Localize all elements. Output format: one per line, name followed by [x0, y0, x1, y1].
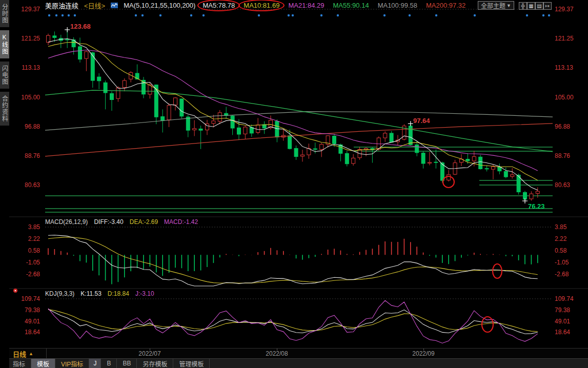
- main-price-panel[interactable]: [45, 30, 553, 212]
- ma-value: MA21:84.29: [287, 2, 326, 9]
- signal-dots: [48, 14, 550, 16]
- collapse-right-icon[interactable]: ↦: [543, 2, 552, 10]
- sidebar-tab-time-chart[interactable]: 分时图: [0, 0, 9, 27]
- bottom-tab-B[interactable]: B: [101, 359, 117, 368]
- sidebar-tab-label: 闪电图: [1, 62, 9, 89]
- theme-selector-button[interactable]: 全部主题 ▼: [478, 1, 514, 10]
- red-circle-annotation: [493, 264, 502, 278]
- kdj-k-value: K:11.53: [80, 290, 101, 297]
- kdj-d-value: D:18.84: [108, 290, 129, 297]
- bottom-tab-bar: 指标模板VIP指标JBBB另存模板管理模板: [0, 358, 588, 368]
- bottom-tab-J[interactable]: J: [89, 359, 101, 368]
- ma-value: MA55:90.14: [332, 2, 371, 9]
- chart-canvas[interactable]: 123.6897.6476.23: [0, 0, 588, 368]
- macd-dea-value: DEA:-2.69: [130, 218, 158, 226]
- date-tick: [423, 349, 424, 351]
- bottom-tab-另存模板[interactable]: 另存模板: [137, 359, 173, 368]
- chart-type-icon[interactable]: [111, 2, 118, 9]
- triangle-up-icon: ▲: [29, 351, 33, 356]
- instrument-title: 美原油连续: [45, 1, 78, 10]
- sidebar-tab-kline-chart[interactable]: K线图: [0, 30, 9, 58]
- kdj-panel[interactable]: [48, 300, 538, 343]
- svg-text:97.64: 97.64: [413, 117, 430, 125]
- crosshair-icon[interactable]: ╬: [519, 2, 527, 10]
- date-label: 2022/08: [266, 350, 288, 357]
- sidebar-tab-flash-chart[interactable]: 闪电图: [0, 62, 9, 89]
- svg-text:123.68: 123.68: [70, 23, 91, 30]
- period-label[interactable]: <日线>: [84, 1, 105, 10]
- ma-value-label: MA200:97.32: [426, 2, 465, 9]
- ma-value-label: MA55:90.14: [333, 2, 369, 9]
- date-tick: [277, 349, 277, 351]
- theme-selector-label: 全部主题: [481, 1, 505, 10]
- sidebar-tab-contract-info[interactable]: 合约资料: [0, 92, 9, 126]
- toolbar-icons: ╬▦▤↦: [519, 2, 552, 10]
- kdj-panel-header: KDJ(9,3,3) K:11.53 D:18.84 J:-3.10: [45, 290, 154, 297]
- ma-value: MA100:99.58: [376, 2, 419, 9]
- macd-title: MACD(26,12,9): [45, 218, 88, 226]
- header-toolbar: 全部主题 ▼ ╬▦▤↦: [478, 1, 588, 10]
- left-sidebar: 分时图 K线图 闪电图 合约资料: [0, 0, 9, 368]
- trading-app-window: 分时图 K线图 闪电图 合约资料 美原油连续 <日线> MA(5,10,21,5…: [0, 0, 588, 368]
- bottom-tab-模板[interactable]: 模板: [31, 359, 55, 368]
- sidebar-tab-label: 分时图: [1, 0, 9, 27]
- macd-macd-value: MACD:-1.42: [164, 218, 198, 226]
- bottom-tab-BB[interactable]: BB: [117, 359, 137, 368]
- ma-group-label: MA(5,10,21,55,100,200): [124, 2, 195, 9]
- ma-value-label: MA21:84.29: [288, 2, 324, 9]
- timeframe-label: 日线: [13, 349, 26, 359]
- macd-diff-value: DIFF:-3.40: [94, 218, 123, 226]
- ma-value-label: MA100:99.58: [378, 2, 417, 9]
- pane-chart-icon[interactable]: ▤: [535, 2, 543, 10]
- date-tick: [150, 349, 150, 351]
- chart-header: 美原油连续 <日线> MA(5,10,21,55,100,200) MA5:78…: [9, 0, 588, 11]
- svg-text:76.23: 76.23: [528, 202, 545, 210]
- red-circle-annotation: [482, 317, 493, 332]
- date-label: 2022/07: [138, 350, 160, 357]
- ma-value-label: MA10:81.69: [244, 2, 279, 9]
- date-label: 2022/09: [412, 350, 434, 357]
- kdj-title: KDJ(9,3,3): [45, 290, 74, 297]
- sidebar-tab-label: K线图: [1, 30, 9, 58]
- chevron-down-icon: ▼: [506, 3, 511, 8]
- ma-value: MA5:78.78: [201, 2, 236, 9]
- bottom-tab-管理模板[interactable]: 管理模板: [173, 359, 210, 368]
- pane-layout-icon[interactable]: ▦: [527, 2, 535, 10]
- kdj-j-value: J:-3.10: [135, 290, 154, 297]
- ma-values: MA5:78.78MA10:81.69MA21:84.29MA55:90.14M…: [201, 2, 467, 9]
- date-axis: 日线 ▲ 2022/072022/082022/09: [0, 348, 588, 359]
- ma-value-label: MA5:78.78: [202, 2, 235, 9]
- ma-value: MA200:97.32: [424, 2, 467, 9]
- sidebar-tab-label: 合约资料: [1, 92, 9, 126]
- bottom-tab-VIP指标[interactable]: VIP指标: [55, 359, 89, 368]
- macd-panel[interactable]: [48, 235, 538, 286]
- bottom-tab-指标[interactable]: 指标: [7, 359, 31, 368]
- ma-value: MA10:81.69: [242, 2, 281, 9]
- macd-panel-header: MACD(26,12,9) DIFF:-3.40 DEA:-2.69 MACD:…: [45, 218, 198, 226]
